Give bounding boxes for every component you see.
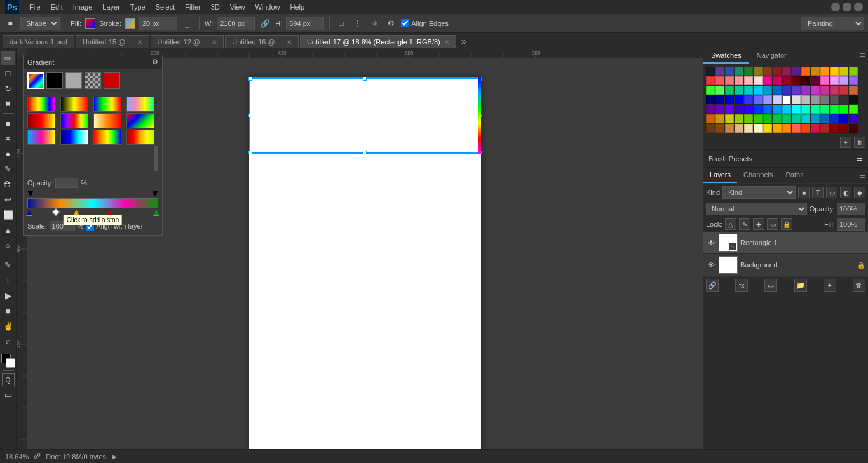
menu-window[interactable]: Window <box>251 2 283 12</box>
handle-tm[interactable] <box>363 77 367 81</box>
type-tool[interactable]: T <box>1 273 15 287</box>
swatch[interactable] <box>839 105 848 114</box>
swatch[interactable] <box>839 76 848 85</box>
swatch[interactable] <box>773 76 782 85</box>
more-tabs-button[interactable]: » <box>458 34 470 48</box>
clone-tool[interactable]: ⛑ <box>1 177 15 191</box>
transform-icon[interactable]: □ <box>335 17 348 30</box>
swatch[interactable] <box>830 76 839 85</box>
swatch[interactable] <box>782 114 791 123</box>
swatch[interactable] <box>801 95 810 104</box>
gradient-scrollbar[interactable] <box>154 146 158 171</box>
shape-tool[interactable]: ■ <box>1 304 15 318</box>
history-brush-tool[interactable]: ↩ <box>1 192 15 206</box>
lock-position-button[interactable]: ✚ <box>753 218 764 230</box>
close-icon[interactable]: ✕ <box>137 39 142 46</box>
swatch[interactable] <box>830 95 839 104</box>
swatch[interactable] <box>754 114 763 123</box>
tab-untitled-12[interactable]: Untitled-12 @ ... ✕ <box>151 35 224 48</box>
gradient-preset-11[interactable] <box>93 130 121 145</box>
swatch[interactable] <box>706 67 715 76</box>
new-swatch-button[interactable]: + <box>840 137 851 148</box>
add-fx-button[interactable]: fx <box>735 279 748 292</box>
swatch[interactable] <box>782 86 791 95</box>
gradient-preset-12[interactable] <box>126 130 154 145</box>
menu-image[interactable]: Image <box>69 2 97 12</box>
swatch[interactable] <box>792 105 801 114</box>
width-input[interactable] <box>217 17 255 30</box>
swatch[interactable] <box>763 76 772 85</box>
swatch[interactable] <box>811 105 820 114</box>
menu-view[interactable]: View <box>226 2 249 12</box>
swatch[interactable] <box>725 67 734 76</box>
swatch[interactable] <box>830 124 839 133</box>
minimize-button[interactable] <box>831 3 840 11</box>
swatch[interactable] <box>744 86 753 95</box>
gradient-type-linear[interactable] <box>27 72 44 89</box>
swatch[interactable] <box>715 114 724 123</box>
tab-channels[interactable]: Channels <box>737 168 779 183</box>
tab-layers[interactable]: Layers <box>703 168 737 183</box>
swatch[interactable] <box>801 114 810 123</box>
handle-bl[interactable] <box>248 151 252 154</box>
swatch[interactable] <box>792 76 801 85</box>
menu-help[interactable]: Help <box>287 2 309 12</box>
crop-tool[interactable]: ■ <box>1 116 15 130</box>
settings-icon[interactable]: ⚙ <box>384 17 397 30</box>
menu-3d[interactable]: 3D <box>207 2 224 12</box>
stroke-style-icon[interactable]: ⎯ <box>181 17 194 30</box>
gradient-tool[interactable]: ▲ <box>1 223 15 237</box>
lasso-tool[interactable]: ↻ <box>1 81 15 95</box>
quick-mask-button[interactable]: Q <box>2 373 15 386</box>
close-icon[interactable]: ✕ <box>212 39 217 46</box>
opacity-value[interactable] <box>837 203 865 215</box>
swatch[interactable] <box>773 114 782 123</box>
swatch[interactable] <box>706 105 715 114</box>
swatch[interactable] <box>849 76 858 85</box>
swatch[interactable] <box>811 114 820 123</box>
swatch[interactable] <box>735 114 743 123</box>
gradient-type-solid-black[interactable] <box>46 72 63 89</box>
filter-icon-shape[interactable]: ▭ <box>826 187 837 198</box>
swatch[interactable] <box>820 67 829 76</box>
swatch[interactable] <box>715 95 724 104</box>
swatch[interactable] <box>839 95 848 104</box>
layer-visibility-toggle[interactable]: 👁 <box>706 260 716 270</box>
swatches-panel-menu[interactable]: ☰ <box>859 52 865 60</box>
expand-arrow[interactable]: ► <box>111 453 118 460</box>
menu-edit[interactable]: Edit <box>47 2 67 12</box>
opacity-input[interactable] <box>55 178 78 188</box>
gradient-preset-10[interactable] <box>60 130 88 145</box>
eyedropper-tool[interactable]: ✕ <box>1 131 15 145</box>
swatch[interactable] <box>715 105 724 114</box>
swatch[interactable] <box>830 67 839 76</box>
align-icon[interactable]: ⋮ <box>351 17 364 30</box>
pen-tool[interactable]: ✎ <box>1 258 15 272</box>
gradient-preset-4[interactable] <box>126 97 154 112</box>
layer-item-rectangle1[interactable]: 👁 fx Rectangle 1 <box>703 232 868 254</box>
brush-presets-menu[interactable]: ☰ <box>857 154 863 163</box>
gradient-type-solid-red[interactable] <box>104 72 120 89</box>
swatch[interactable] <box>725 95 734 104</box>
swatch[interactable] <box>706 95 715 104</box>
swatch[interactable] <box>820 105 829 114</box>
swatch[interactable] <box>744 67 753 76</box>
swatch[interactable] <box>849 124 858 133</box>
heal-tool[interactable]: ● <box>1 147 15 161</box>
gradient-preset-6[interactable] <box>60 113 88 128</box>
gradient-type-checker[interactable] <box>85 72 101 89</box>
swatch[interactable] <box>820 124 829 133</box>
foreground-background-color[interactable] <box>1 354 15 368</box>
link-dimensions-icon[interactable]: 🔗 <box>259 17 271 30</box>
gradient-bar[interactable]: Click to add a stop <box>27 198 158 208</box>
swatch[interactable] <box>820 76 829 85</box>
swatch[interactable] <box>763 114 772 123</box>
gradient-preset-1[interactable] <box>27 97 55 112</box>
tab-swatches[interactable]: Swatches <box>703 48 749 64</box>
tab-untitled-17[interactable]: Untitled-17 @ 18.6% (Rectangle 1, RGB/8)… <box>300 35 456 48</box>
swatch[interactable] <box>773 95 782 104</box>
swatch[interactable] <box>735 95 743 104</box>
swatch[interactable] <box>715 86 724 95</box>
swatch[interactable] <box>773 105 782 114</box>
color-stop-bl[interactable] <box>26 210 32 216</box>
